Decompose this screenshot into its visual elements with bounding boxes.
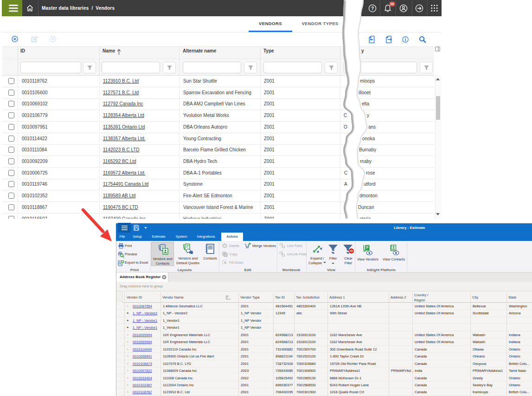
expand-collapse-button[interactable]: Expand / Collapse: [308, 242, 327, 266]
col-header-alternate-name[interactable]: Alternate name: [183, 48, 216, 53]
filter-button-city[interactable]: [420, 62, 433, 73]
address-book-row[interactable]: +00101066731107075 B.C. LTDZ001728732926…: [116, 360, 532, 367]
cell-vendor-id-link[interactable]: 0010099994: [133, 331, 152, 338]
cell-vendor-id-link[interactable]: 0010033404: [133, 375, 152, 382]
address-book-row[interactable]: +00100875541 Alliance Geomatics LLCZ0014…: [116, 303, 532, 310]
cell-vendor-id-link[interactable]: 0010102467: [133, 382, 152, 389]
grid-col-vendor-id[interactable]: Vendor ID: [127, 295, 142, 300]
cell-name-link[interactable]: 1165292 BC Ltd: [103, 156, 136, 167]
cell-name-link[interactable]: 1189589 AB Ltd: [103, 190, 135, 201]
expand-row-icon[interactable]: +: [127, 360, 128, 367]
address-book-row[interactable]: +00101024671112004 Ontario IncZ001896930…: [116, 382, 532, 389]
expand-row-icon[interactable]: +: [127, 346, 128, 353]
check-in-icon[interactable]: [369, 36, 375, 43]
address-book-row[interactable]: +1_NP - Vendor11_Vendor11_NP Vendor: [116, 317, 532, 324]
row-checkbox[interactable]: [8, 216, 14, 219]
export-to-excel-button[interactable]: Export to Excel: [125, 260, 148, 266]
filter-input-city[interactable]: [344, 62, 417, 73]
cell-vendor-id-link[interactable]: 1_NP - Vendor1: [133, 317, 157, 324]
cell-vendor-id-link[interactable]: 0010119449: [133, 346, 152, 353]
address-book-row[interactable]: +00100989911105900 Ontario Ltd oa Fire A…: [116, 353, 532, 360]
vendor-row[interactable]: 00101187621123910 B.C. LtdSun Star Shutt…: [2, 76, 434, 87]
cell-name-link[interactable]: 1128354 Alberta Ltd: [103, 110, 144, 121]
cell-vendor-id-link[interactable]: 0010106673: [133, 360, 152, 367]
link-field-button[interactable]: Link Field: [287, 243, 302, 249]
tab-vendors[interactable]: VENDORS: [249, 19, 292, 28]
merge-vendors-button[interactable]: Merge Vendors: [252, 243, 276, 249]
grid-col-city[interactable]: City: [472, 295, 478, 300]
filter-button[interactable]: Filter: [325, 242, 341, 266]
filter-button-id[interactable]: [83, 62, 96, 73]
account-icon[interactable]: [399, 4, 408, 13]
fill-down-button[interactable]: Fill Down: [229, 260, 244, 266]
address-book-row[interactable]: +001009999410X Engineered Materials LLCZ…: [116, 331, 532, 338]
filter-input-alternate-name[interactable]: [183, 62, 241, 73]
cell-name-link[interactable]: 1127571 B.C. Ltd: [103, 87, 139, 98]
home-icon[interactable]: [26, 4, 34, 12]
expand-row-icon[interactable]: +: [127, 324, 128, 331]
grid-col-vendor-type[interactable]: Vendor Type: [240, 295, 260, 300]
vendor-row[interactable]: 00100067251169572 Alberta Ltd.DBA A-1 Po…: [2, 168, 434, 179]
app-menu-button[interactable]: [118, 223, 131, 233]
filter-input-name[interactable]: [102, 62, 160, 73]
expand-row-icon[interactable]: +: [127, 353, 128, 360]
expand-row-icon[interactable]: +: [127, 317, 128, 324]
column-chooser-icon[interactable]: [435, 46, 440, 52]
filter-button-name[interactable]: [163, 62, 176, 73]
vendor-row[interactable]: 00101110841142023 B.C LTDBarcelo Flame G…: [2, 144, 434, 156]
delete-icon[interactable]: [50, 36, 56, 42]
cell-name-link[interactable]: 112792 Canada Inc: [103, 98, 143, 110]
check-out-icon[interactable]: [386, 36, 392, 43]
search-icon[interactable]: [419, 36, 426, 43]
grid-col-tax-id[interactable]: Tax ID: [275, 295, 285, 300]
vendor-row[interactable]: 00101188671190475 BC LTDVancouver Island…: [2, 202, 434, 214]
grid-col-address-1[interactable]: Address 1: [329, 295, 345, 300]
expand-row-icon[interactable]: +: [127, 303, 128, 310]
layout-vendors-and-contacts-button[interactable]: Vendors and Contacts: [151, 242, 174, 266]
vendor-row[interactable]: 00100922091165292 BC LtdDBA Hydro TechZ0…: [2, 156, 434, 168]
address-book-row[interactable]: +00101187621123910 B.C. LtdZ001708492095…: [116, 389, 532, 396]
menu-tab-estimate[interactable]: Estimate: [149, 233, 168, 241]
address-book-row[interactable]: +001009782211088009 Canada IncZ003726543…: [116, 367, 532, 374]
cell-vendor-id-link[interactable]: 0010118762: [133, 389, 152, 396]
vendor-row[interactable]: 001011974611754491 Canada LtdSynstoneZ00…: [2, 179, 434, 190]
address-book-row[interactable]: +0010033404111008 Canada inc.Z0021058154…: [116, 375, 532, 382]
filter-button-alternate-name[interactable]: [244, 62, 257, 73]
view-vendors-button[interactable]: View Vendors: [357, 242, 378, 266]
unlink-field-button[interactable]: UnLink Field: [287, 251, 307, 258]
row-checkbox[interactable]: [8, 78, 14, 84]
apps-grid-icon[interactable]: [431, 5, 438, 12]
vendor-row[interactable]: 00101165071197409 Canada IncHarbour Indu…: [2, 214, 434, 219]
vendor-row[interactable]: 00101067791128354 Alberta LtdYvolution M…: [2, 110, 434, 122]
tab-vendor-types[interactable]: VENDOR TYPES: [297, 19, 343, 28]
row-checkbox[interactable]: [8, 90, 14, 96]
col-header-city[interactable]: y: [361, 48, 364, 53]
menu-tab-file[interactable]: File: [116, 233, 128, 241]
print-button[interactable]: Print: [125, 243, 132, 249]
vendor-row[interactable]: 00101023521189589 AB LtdFire-Alert SE Ed…: [2, 190, 434, 202]
row-checkbox[interactable]: [8, 147, 14, 153]
save-icon[interactable]: [134, 225, 139, 231]
vendor-row[interactable]: 00100979511135391 Ontario LtdDBA Orleans…: [2, 122, 434, 133]
document-tab-address-book-register[interactable]: Address Book Register: [116, 273, 168, 282]
menu-tab-system[interactable]: System: [173, 233, 189, 241]
vendor-row[interactable]: 00101056001127571 B.C. LtdSparrow Excava…: [2, 87, 434, 99]
help-icon[interactable]: ?: [368, 4, 377, 13]
col-header-type[interactable]: Type: [263, 48, 274, 53]
menu-tab-setup[interactable]: Setup: [131, 233, 143, 241]
main-menu-button[interactable]: [2, 0, 22, 16]
row-checkbox[interactable]: [8, 181, 14, 187]
menu-tab-integrations[interactable]: Integrations: [194, 233, 218, 241]
row-checkbox[interactable]: [8, 158, 14, 164]
cell-name-link[interactable]: 1142023 B.C LTD: [103, 144, 140, 156]
cell-vendor-id-link[interactable]: 0010097822: [133, 367, 152, 374]
address-book-row[interactable]: +1_NP - Vendor21_NP - Vendor21_NP Vendor…: [116, 310, 532, 317]
layout-contacts-button[interactable]: Contacts: [202, 242, 218, 266]
grid-col-tax-jurisdiction[interactable]: Tax Jurisdiction: [296, 295, 320, 300]
vendor-row[interactable]: 00101144221138357 Alberta Ltd.Young Cont…: [2, 133, 434, 145]
scroll-down-icon[interactable]: [436, 213, 440, 215]
menu-tab-actions[interactable]: Actions: [221, 233, 243, 241]
group-by-panel[interactable]: Drag columns here to group: [116, 282, 532, 292]
edit-icon[interactable]: [31, 36, 38, 43]
filter-input-id[interactable]: [20, 62, 81, 73]
